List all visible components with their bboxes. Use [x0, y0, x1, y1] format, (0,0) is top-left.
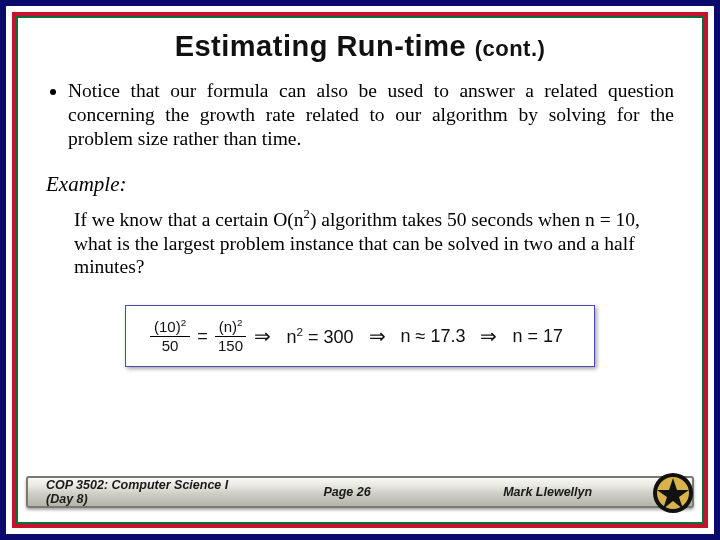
frac1-num: (10)2	[150, 318, 190, 337]
frac2-num-base: (n)	[219, 318, 237, 335]
footer-center: Page 26	[247, 485, 448, 499]
slide-frame: Estimating Run-time (cont.) Notice that …	[0, 0, 720, 540]
example-label: Example:	[46, 172, 674, 197]
frac1-den: 50	[162, 337, 179, 354]
footer-right: Mark Llewellyn	[447, 485, 674, 499]
step2: n2 = 300	[279, 325, 360, 348]
footer-wrap: COP 3502: Computer Science I (Day 8) Pag…	[18, 476, 702, 522]
implies-3: ⇒	[472, 324, 505, 348]
frac1-num-exp: 2	[181, 317, 186, 328]
implies-2: ⇒	[361, 324, 394, 348]
step3: n ≈ 17.3	[394, 326, 473, 347]
implies-1: ⇒	[246, 324, 279, 348]
example-body: If we know that a certain O(n2) algorith…	[74, 207, 674, 279]
title-cont: (cont.)	[475, 36, 546, 61]
footer-left: COP 3502: Computer Science I (Day 8)	[46, 478, 247, 506]
footer-day: (Day 8)	[46, 492, 88, 506]
step4: n = 17	[505, 326, 570, 347]
step2-lhs: n	[286, 327, 296, 347]
slide-title: Estimating Run-time (cont.)	[46, 30, 674, 63]
title-main: Estimating Run-time	[175, 30, 466, 62]
frac2-num-exp: 2	[237, 317, 242, 328]
step2-rest: = 300	[303, 327, 354, 347]
slide-content: Estimating Run-time (cont.) Notice that …	[18, 18, 702, 522]
example-pre: If we know that a certain O(n	[74, 209, 304, 230]
footer-bar: COP 3502: Computer Science I (Day 8) Pag…	[26, 476, 694, 508]
equals-1: =	[190, 326, 215, 347]
frac2-den: 150	[218, 337, 243, 354]
bullet-list: Notice that our formula can also be used…	[68, 79, 674, 150]
fraction-2: (n)2 150	[215, 318, 247, 354]
frac1-num-base: (10)	[154, 318, 181, 335]
ucf-logo-icon	[652, 472, 694, 514]
fraction-1: (10)2 50	[150, 318, 190, 354]
frac2-num: (n)2	[215, 318, 247, 337]
bullet-item: Notice that our formula can also be used…	[68, 79, 674, 150]
equation-box: (10)2 50 = (n)2 150 ⇒ n2 = 300 ⇒ n ≈ 17.…	[125, 305, 595, 367]
footer-course: COP 3502: Computer Science I	[46, 478, 228, 492]
